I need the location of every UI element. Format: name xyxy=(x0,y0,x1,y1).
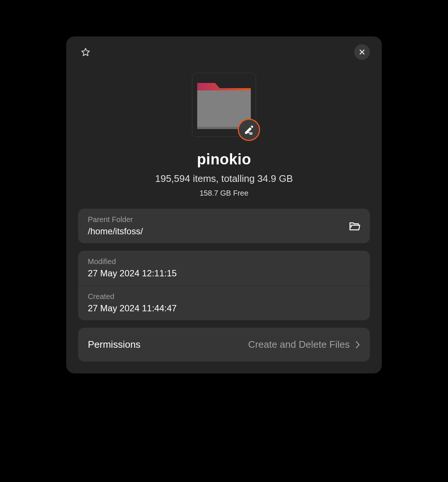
star-button[interactable] xyxy=(78,45,93,60)
close-button[interactable] xyxy=(354,44,370,60)
svg-rect-4 xyxy=(248,132,253,133)
folder-name: pinokio xyxy=(78,151,370,168)
close-icon xyxy=(359,49,365,55)
permissions-value: Create and Delete Files xyxy=(248,339,350,350)
parent-folder-path: /home/itsfoss/ xyxy=(88,226,143,237)
edit-icon-button[interactable] xyxy=(238,119,260,141)
free-space-text: 158.7 GB Free xyxy=(78,189,370,197)
parent-folder-label: Parent Folder xyxy=(88,215,143,224)
properties-list: Parent Folder /home/itsfoss/ Modified 27… xyxy=(78,209,370,362)
star-icon xyxy=(81,47,90,57)
created-row: Created 27 May 2024 11:44:47 xyxy=(78,286,370,320)
modified-label: Modified xyxy=(88,257,177,266)
folder-icon-area xyxy=(78,73,370,137)
properties-dialog: pinokio 195,594 items, totalling 34.9 GB… xyxy=(66,36,382,373)
open-folder-icon xyxy=(349,221,360,232)
modified-value: 27 May 2024 12:11:15 xyxy=(88,268,177,279)
dialog-header xyxy=(78,44,370,60)
timestamps-group: Modified 27 May 2024 12:11:15 Created 27… xyxy=(78,251,370,320)
pencil-icon xyxy=(244,125,254,135)
chevron-right-icon xyxy=(355,340,360,349)
svg-rect-5 xyxy=(249,134,252,135)
permissions-row[interactable]: Permissions Create and Delete Files xyxy=(78,328,370,362)
created-value: 27 May 2024 11:44:47 xyxy=(88,303,177,314)
modified-row: Modified 27 May 2024 12:11:15 xyxy=(78,251,370,285)
created-label: Created xyxy=(88,292,177,301)
parent-folder-row[interactable]: Parent Folder /home/itsfoss/ xyxy=(78,209,370,243)
folder-icon-frame[interactable] xyxy=(192,73,256,137)
folder-summary: 195,594 items, totalling 34.9 GB xyxy=(78,173,370,184)
permissions-label: Permissions xyxy=(88,339,141,350)
